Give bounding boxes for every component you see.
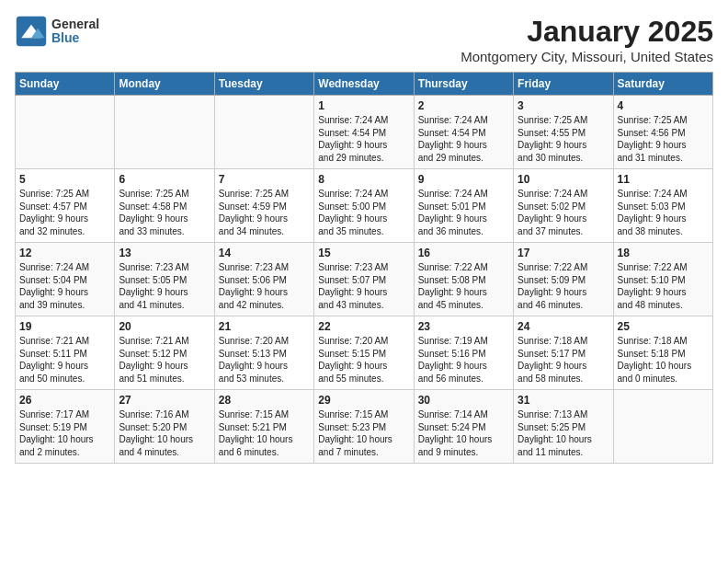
calendar-cell: 1Sunrise: 7:24 AM Sunset: 4:54 PM Daylig…	[314, 96, 414, 169]
day-number: 26	[19, 394, 110, 407]
day-number: 28	[219, 394, 310, 407]
calendar-cell: 29Sunrise: 7:15 AM Sunset: 5:23 PM Dayli…	[314, 390, 414, 464]
day-number: 17	[518, 247, 609, 259]
calendar-cell: 4Sunrise: 7:25 AM Sunset: 4:56 PM Daylig…	[613, 96, 712, 169]
day-info: Sunrise: 7:22 AM Sunset: 5:10 PM Dayligh…	[618, 261, 709, 311]
calendar-title: January 2025	[461, 15, 713, 49]
week-row-4: 19Sunrise: 7:21 AM Sunset: 5:11 PM Dayli…	[16, 316, 713, 390]
calendar-cell: 19Sunrise: 7:21 AM Sunset: 5:11 PM Dayli…	[16, 316, 115, 390]
day-number: 24	[518, 320, 609, 333]
week-row-3: 12Sunrise: 7:24 AM Sunset: 5:04 PM Dayli…	[16, 243, 713, 316]
week-row-5: 26Sunrise: 7:17 AM Sunset: 5:19 PM Dayli…	[16, 390, 713, 464]
day-info: Sunrise: 7:25 AM Sunset: 4:56 PM Dayligh…	[618, 114, 709, 164]
day-info: Sunrise: 7:25 AM Sunset: 4:57 PM Dayligh…	[19, 188, 110, 237]
calendar-cell: 7Sunrise: 7:25 AM Sunset: 4:59 PM Daylig…	[214, 169, 313, 243]
day-info: Sunrise: 7:24 AM Sunset: 5:01 PM Dayligh…	[418, 188, 509, 237]
week-row-2: 5Sunrise: 7:25 AM Sunset: 4:57 PM Daylig…	[16, 169, 713, 243]
calendar-cell: 31Sunrise: 7:13 AM Sunset: 5:25 PM Dayli…	[514, 390, 613, 464]
calendar-cell: 5Sunrise: 7:25 AM Sunset: 4:57 PM Daylig…	[16, 169, 115, 243]
logo-text: General Blue	[51, 17, 99, 46]
day-info: Sunrise: 7:20 AM Sunset: 5:15 PM Dayligh…	[318, 335, 409, 385]
day-number: 14	[219, 247, 310, 259]
calendar-cell	[16, 96, 115, 169]
day-number: 12	[19, 247, 110, 259]
day-info: Sunrise: 7:15 AM Sunset: 5:21 PM Dayligh…	[219, 408, 310, 458]
day-header-sunday: Sunday	[16, 73, 115, 96]
calendar-cell: 23Sunrise: 7:19 AM Sunset: 5:16 PM Dayli…	[414, 316, 513, 390]
calendar-cell: 2Sunrise: 7:24 AM Sunset: 4:54 PM Daylig…	[414, 96, 513, 169]
calendar-cell: 11Sunrise: 7:24 AM Sunset: 5:03 PM Dayli…	[613, 169, 712, 243]
calendar-cell: 22Sunrise: 7:20 AM Sunset: 5:15 PM Dayli…	[314, 316, 414, 390]
calendar-cell: 17Sunrise: 7:22 AM Sunset: 5:09 PM Dayli…	[514, 243, 613, 316]
calendar-cell	[214, 96, 313, 169]
day-header-saturday: Saturday	[613, 73, 712, 96]
day-info: Sunrise: 7:23 AM Sunset: 5:06 PM Dayligh…	[219, 261, 310, 311]
day-info: Sunrise: 7:14 AM Sunset: 5:24 PM Dayligh…	[418, 408, 509, 458]
day-number: 13	[119, 247, 210, 259]
calendar-cell: 14Sunrise: 7:23 AM Sunset: 5:06 PM Dayli…	[214, 243, 313, 316]
day-info: Sunrise: 7:23 AM Sunset: 5:07 PM Dayligh…	[318, 261, 409, 311]
day-info: Sunrise: 7:15 AM Sunset: 5:23 PM Dayligh…	[318, 408, 409, 458]
logo-blue-text: Blue	[51, 31, 99, 45]
calendar-cell: 13Sunrise: 7:23 AM Sunset: 5:05 PM Dayli…	[115, 243, 214, 316]
calendar-cell: 12Sunrise: 7:24 AM Sunset: 5:04 PM Dayli…	[16, 243, 115, 316]
day-number: 25	[618, 320, 709, 333]
day-info: Sunrise: 7:24 AM Sunset: 5:04 PM Dayligh…	[19, 261, 110, 311]
day-number: 11	[618, 173, 709, 186]
calendar-cell: 16Sunrise: 7:22 AM Sunset: 5:08 PM Dayli…	[414, 243, 513, 316]
calendar-cell	[613, 390, 712, 464]
calendar-cell: 10Sunrise: 7:24 AM Sunset: 5:02 PM Dayli…	[514, 169, 613, 243]
day-info: Sunrise: 7:24 AM Sunset: 5:00 PM Dayligh…	[318, 188, 409, 237]
day-info: Sunrise: 7:24 AM Sunset: 4:54 PM Dayligh…	[318, 114, 409, 164]
day-number: 20	[119, 320, 210, 333]
calendar-cell: 24Sunrise: 7:18 AM Sunset: 5:17 PM Dayli…	[514, 316, 613, 390]
day-number: 16	[418, 247, 509, 259]
calendar-cell: 28Sunrise: 7:15 AM Sunset: 5:21 PM Dayli…	[214, 390, 313, 464]
day-number: 1	[318, 99, 409, 112]
calendar-cell: 18Sunrise: 7:22 AM Sunset: 5:10 PM Dayli…	[613, 243, 712, 316]
day-info: Sunrise: 7:20 AM Sunset: 5:13 PM Dayligh…	[219, 335, 310, 385]
day-info: Sunrise: 7:22 AM Sunset: 5:08 PM Dayligh…	[418, 261, 509, 311]
day-info: Sunrise: 7:22 AM Sunset: 5:09 PM Dayligh…	[518, 261, 609, 311]
day-info: Sunrise: 7:17 AM Sunset: 5:19 PM Dayligh…	[19, 408, 110, 458]
day-info: Sunrise: 7:13 AM Sunset: 5:25 PM Dayligh…	[518, 408, 609, 458]
day-number: 30	[418, 394, 509, 407]
day-info: Sunrise: 7:16 AM Sunset: 5:20 PM Dayligh…	[119, 408, 210, 458]
day-number: 29	[318, 394, 409, 407]
calendar-cell: 21Sunrise: 7:20 AM Sunset: 5:13 PM Dayli…	[214, 316, 313, 390]
day-info: Sunrise: 7:25 AM Sunset: 4:55 PM Dayligh…	[518, 114, 609, 164]
calendar-cell: 8Sunrise: 7:24 AM Sunset: 5:00 PM Daylig…	[314, 169, 414, 243]
day-number: 7	[219, 173, 310, 186]
logo-icon	[15, 15, 48, 48]
day-number: 18	[618, 247, 709, 259]
calendar-cell: 25Sunrise: 7:18 AM Sunset: 5:18 PM Dayli…	[613, 316, 712, 390]
day-header-thursday: Thursday	[414, 73, 513, 96]
day-info: Sunrise: 7:24 AM Sunset: 5:02 PM Dayligh…	[518, 188, 609, 237]
calendar-cell: 30Sunrise: 7:14 AM Sunset: 5:24 PM Dayli…	[414, 390, 513, 464]
day-info: Sunrise: 7:21 AM Sunset: 5:11 PM Dayligh…	[19, 335, 110, 385]
day-number: 27	[119, 394, 210, 407]
calendar-cell: 27Sunrise: 7:16 AM Sunset: 5:20 PM Dayli…	[115, 390, 214, 464]
day-number: 5	[19, 173, 110, 186]
logo-general-text: General	[51, 17, 99, 31]
day-number: 21	[219, 320, 310, 333]
calendar-cell: 6Sunrise: 7:25 AM Sunset: 4:58 PM Daylig…	[115, 169, 214, 243]
day-header-monday: Monday	[115, 73, 214, 96]
day-number: 10	[518, 173, 609, 186]
day-number: 6	[119, 173, 210, 186]
week-row-1: 1Sunrise: 7:24 AM Sunset: 4:54 PM Daylig…	[16, 96, 713, 169]
day-info: Sunrise: 7:25 AM Sunset: 4:58 PM Dayligh…	[119, 188, 210, 237]
day-header-wednesday: Wednesday	[314, 73, 414, 96]
day-header-tuesday: Tuesday	[214, 73, 313, 96]
calendar-table: SundayMondayTuesdayWednesdayThursdayFrid…	[15, 72, 713, 464]
calendar-cell: 15Sunrise: 7:23 AM Sunset: 5:07 PM Dayli…	[314, 243, 414, 316]
title-block: January 2025 Montgomery City, Missouri, …	[461, 15, 713, 64]
day-info: Sunrise: 7:19 AM Sunset: 5:16 PM Dayligh…	[418, 335, 509, 385]
day-header-friday: Friday	[514, 73, 613, 96]
day-number: 4	[618, 99, 709, 112]
logo: General Blue	[15, 15, 99, 48]
day-info: Sunrise: 7:18 AM Sunset: 5:18 PM Dayligh…	[618, 335, 709, 385]
day-info: Sunrise: 7:24 AM Sunset: 5:03 PM Dayligh…	[618, 188, 709, 237]
day-number: 2	[418, 99, 509, 112]
page-header: General Blue January 2025 Montgomery Cit…	[15, 15, 713, 64]
